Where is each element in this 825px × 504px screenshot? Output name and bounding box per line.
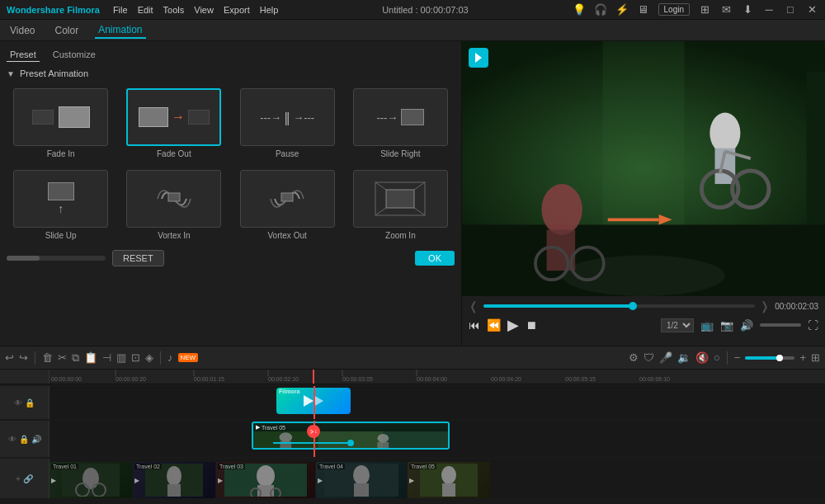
anim-fade-out[interactable]: → Fade Out bbox=[120, 85, 228, 162]
copy-icon[interactable]: ⧉ bbox=[72, 351, 79, 365]
mic-icon[interactable]: 🎤 bbox=[659, 351, 672, 364]
menu-view[interactable]: View bbox=[194, 5, 214, 15]
menu-file[interactable]: File bbox=[113, 5, 128, 15]
monitor-icon[interactable]: 🖥 bbox=[637, 3, 650, 16]
redo-icon[interactable]: ↪ bbox=[19, 351, 28, 364]
voice-icon[interactable]: 🔉 bbox=[677, 351, 691, 364]
grid-icon[interactable]: ⊞ bbox=[698, 3, 711, 16]
bracket-right[interactable]: ❭ bbox=[760, 299, 770, 313]
ok-button[interactable]: OK bbox=[415, 251, 455, 266]
mute-icon[interactable]: 🔇 bbox=[695, 351, 709, 364]
playhead-title bbox=[314, 386, 315, 419]
volume-icon[interactable]: 🔊 bbox=[740, 319, 753, 332]
audio-icon[interactable]: ♪ bbox=[167, 351, 173, 364]
thumb-item-3[interactable]: ▶ Travel 04 bbox=[316, 462, 407, 498]
volume-slider[interactable] bbox=[760, 323, 801, 327]
svg-point-15 bbox=[710, 113, 740, 153]
fit-icon[interactable]: ⊞ bbox=[811, 351, 820, 364]
thumb-item-2[interactable]: ▶ Travel 03 bbox=[216, 462, 315, 498]
progress-fill bbox=[483, 304, 633, 308]
video-audio-icon[interactable]: 🔊 bbox=[31, 435, 41, 444]
split-icon[interactable]: ⊣ bbox=[102, 351, 111, 364]
headphone-icon[interactable]: 🎧 bbox=[594, 3, 607, 16]
preset-header-label: Preset Animation bbox=[20, 68, 88, 78]
stop-button[interactable]: ⏹ bbox=[526, 318, 537, 332]
scroll-handle bbox=[7, 256, 40, 261]
cut-icon[interactable]: ✂ bbox=[58, 351, 67, 364]
anim-slide-up[interactable]: ↑ Slide Up bbox=[7, 167, 115, 243]
skip-back-button[interactable]: ⏮ bbox=[469, 318, 480, 332]
color-icon[interactable]: ◈ bbox=[145, 351, 153, 364]
menu-tools[interactable]: Tools bbox=[163, 5, 185, 15]
toolbar-sep-2 bbox=[160, 351, 161, 365]
anim-vortex-in[interactable]: Vortex In bbox=[120, 167, 228, 243]
delete-icon[interactable]: 🗑 bbox=[42, 351, 53, 364]
main-video-clip[interactable]: ▶ Travel 05 bbox=[252, 422, 450, 450]
close-icon[interactable]: ✕ bbox=[805, 3, 818, 16]
clip-header: ▶ Travel 05 bbox=[253, 423, 448, 431]
maximize-icon[interactable]: □ bbox=[784, 3, 797, 16]
settings-icon[interactable]: ⚙ bbox=[629, 351, 639, 364]
thumb-chain-icon[interactable]: 🔗 bbox=[23, 474, 33, 483]
clip-play-icon: ▶ bbox=[256, 424, 260, 431]
anim-zoom-in[interactable]: Zoom In bbox=[346, 167, 455, 243]
tab-customize[interactable]: Customize bbox=[50, 48, 99, 62]
play-button[interactable]: ▶ bbox=[507, 316, 519, 334]
anim-slide-right[interactable]: ---→ Slide Right bbox=[346, 85, 455, 162]
menu-edit[interactable]: Edit bbox=[138, 5, 153, 15]
reset-button[interactable]: RESET bbox=[112, 250, 164, 266]
thumb-play-0: ▶ bbox=[51, 477, 56, 484]
tab-preset[interactable]: Preset bbox=[7, 48, 40, 62]
thumb-item-4[interactable]: ▶ Travel 05 bbox=[408, 462, 490, 498]
frame-back-button[interactable]: ⏪ bbox=[487, 318, 501, 332]
progress-track[interactable] bbox=[483, 304, 755, 308]
scroll-bar[interactable] bbox=[7, 256, 106, 261]
menu-export[interactable]: Export bbox=[224, 5, 250, 15]
download-icon[interactable]: ⬇ bbox=[741, 3, 754, 16]
menu-help[interactable]: Help bbox=[260, 5, 279, 15]
crop-icon[interactable]: ⊡ bbox=[131, 351, 140, 364]
thumb-strip: ▶ Travel 01 ▶ Travel 02 bbox=[50, 461, 490, 496]
paste-icon[interactable]: 📋 bbox=[84, 351, 97, 364]
video-lock-icon[interactable]: 🔒 bbox=[19, 435, 29, 444]
tab-animation[interactable]: Animation bbox=[95, 22, 145, 39]
menu-bar: File Edit Tools View Export Help bbox=[113, 5, 278, 15]
trim-icon[interactable]: ▥ bbox=[116, 351, 126, 364]
thumb-item-1[interactable]: ▶ Travel 02 bbox=[133, 462, 215, 498]
timeline-toolbar: ↩ ↪ 🗑 ✂ ⧉ 📋 ⊣ ▥ ⊡ ◈ ♪ NEW ⚙ 🛡 🎤 🔉 🔇 ○ − … bbox=[0, 346, 825, 370]
track-lock-icon[interactable]: 🔒 bbox=[25, 398, 35, 407]
undo-icon[interactable]: ↩ bbox=[5, 351, 14, 364]
zoom-out-icon[interactable]: − bbox=[734, 351, 741, 364]
login-button[interactable]: Login bbox=[658, 3, 690, 16]
svg-point-60 bbox=[441, 466, 456, 484]
fullscreen-icon[interactable]: ⛶ bbox=[808, 319, 818, 332]
tab-color[interactable]: Color bbox=[51, 23, 82, 38]
bracket-left[interactable]: ❬ bbox=[469, 299, 478, 313]
silence-icon[interactable]: ○ bbox=[714, 351, 720, 364]
thumb-play-3: ▶ bbox=[318, 477, 323, 484]
shield-icon[interactable]: 🛡 bbox=[644, 351, 654, 364]
timeline-area: ↩ ↪ 🗑 ✂ ⧉ 📋 ⊣ ▥ ⊡ ◈ ♪ NEW ⚙ 🛡 🎤 🔉 🔇 ○ − … bbox=[0, 346, 825, 504]
anim-label-vortex-out: Vortex Out bbox=[268, 231, 307, 240]
quality-select[interactable]: 1/2 bbox=[661, 318, 694, 332]
thumb-add-icon[interactable]: + bbox=[16, 474, 21, 483]
monitor-out-icon[interactable]: 📺 bbox=[700, 319, 714, 332]
zoom-in-icon[interactable]: + bbox=[799, 351, 806, 364]
tab-video[interactable]: Video bbox=[7, 23, 38, 38]
anim-vortex-out[interactable]: Vortex Out bbox=[233, 167, 342, 243]
filmora-clip-label: Filmora bbox=[279, 389, 299, 394]
camera-icon[interactable]: 📷 bbox=[720, 319, 733, 332]
bulb-icon[interactable]: 💡 bbox=[573, 3, 586, 16]
anim-pause[interactable]: ---→‖→--- Pause bbox=[233, 85, 342, 162]
track-eye-icon[interactable]: 👁 bbox=[14, 398, 22, 407]
anim-thumb-slide-right: ---→ bbox=[353, 88, 448, 146]
progress-bar-area: ❬ ❭ 00:00:02:03 bbox=[469, 299, 818, 313]
minimize-icon[interactable]: ─ bbox=[762, 3, 776, 16]
mail-icon[interactable]: ✉ bbox=[719, 3, 733, 16]
video-eye-icon[interactable]: 👁 bbox=[8, 435, 16, 444]
anim-fade-in[interactable]: Fade In bbox=[7, 85, 115, 162]
playback-controls: ⏮ ⏪ ▶ ⏹ 1/2 📺 📷 🔊 ⛶ bbox=[469, 316, 818, 334]
thumb-item-0[interactable]: ▶ Travel 01 bbox=[50, 462, 132, 498]
anim-thumb-fade-out: → bbox=[126, 88, 221, 146]
lightning-icon[interactable]: ⚡ bbox=[615, 3, 629, 16]
